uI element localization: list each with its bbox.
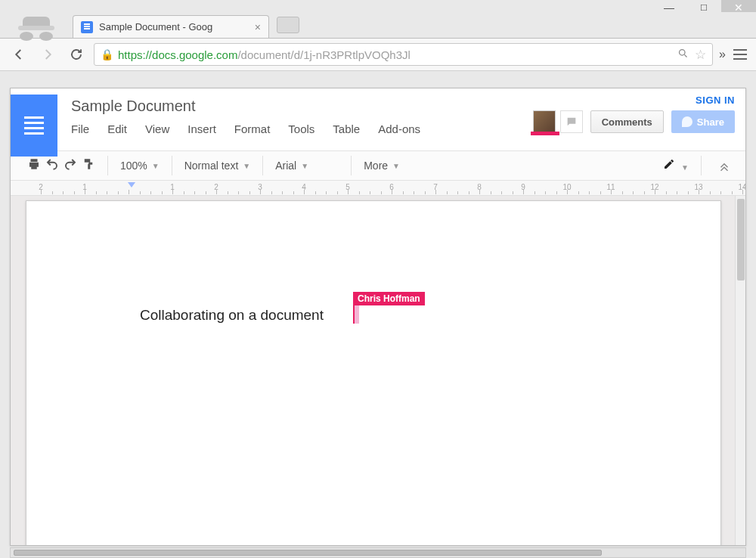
docs-favicon — [81, 21, 93, 33]
docs-header: Sample Document File Edit View Insert Fo… — [11, 88, 745, 150]
print-icon[interactable] — [27, 157, 41, 174]
collaborator-cursor: Chris Hoffman — [353, 305, 359, 324]
chat-button[interactable] — [560, 110, 583, 133]
url-path: /document/d/1j-nR3PRtlpVOQh3Jl — [237, 48, 410, 61]
url-protocol: https — [118, 48, 143, 61]
paint-format-icon[interactable] — [82, 157, 95, 174]
scrollbar-thumb[interactable] — [737, 199, 745, 281]
collapse-toolbar-button[interactable] — [714, 155, 735, 176]
more-dropdown[interactable]: More▼ — [358, 160, 406, 172]
docs-app: Sample Document File Edit View Insert Fo… — [10, 88, 746, 546]
lock-icon: 🔒 — [101, 48, 113, 60]
menu-format[interactable]: Format — [234, 122, 271, 135]
menu-file[interactable]: File — [71, 122, 89, 135]
edit-mode-icon[interactable]: ▼ — [663, 158, 689, 173]
forward-button[interactable] — [36, 43, 59, 66]
browser-tab[interactable]: Sample Document - Goog × — [73, 15, 269, 38]
undo-icon[interactable] — [45, 157, 59, 174]
window-titlebar: — ☐ ✕ — [0, 0, 756, 12]
zoom-dropdown[interactable]: 100%▼ — [114, 160, 166, 172]
chrome-menu-button[interactable] — [732, 46, 748, 63]
browser-toolbar: 🔒 https://docs.google.com/document/d/1j-… — [0, 38, 756, 71]
document-canvas: Collaborating on a document Chris Hoffma… — [11, 196, 745, 545]
new-tab-button[interactable] — [277, 17, 299, 33]
share-icon — [682, 116, 692, 127]
paragraph-style-dropdown[interactable]: Normal text▼ — [178, 160, 256, 172]
scrollbar-thumb[interactable] — [14, 550, 602, 556]
page[interactable]: Collaborating on a document Chris Hoffma… — [26, 200, 721, 545]
collaborator-avatars — [533, 110, 583, 133]
address-bar[interactable]: 🔒 https://docs.google.com/document/d/1j-… — [94, 43, 713, 66]
browser-tabstrip: Sample Document - Goog × — [0, 12, 756, 38]
sign-in-link[interactable]: SIGN IN — [696, 95, 735, 106]
bookmark-star-icon[interactable]: ☆ — [695, 47, 706, 63]
menu-tools[interactable]: Tools — [288, 122, 314, 135]
menu-edit[interactable]: Edit — [107, 122, 127, 135]
incognito-icon — [15, 15, 57, 45]
collaborator-avatar[interactable] — [533, 110, 556, 133]
menu-addons[interactable]: Add-ons — [378, 122, 420, 135]
menu-insert[interactable]: Insert — [187, 122, 216, 135]
more-extensions-button[interactable]: » — [719, 48, 726, 61]
back-button[interactable] — [8, 43, 30, 66]
menu-table[interactable]: Table — [333, 122, 360, 135]
menu-view[interactable]: View — [145, 122, 169, 135]
document-text[interactable]: Collaborating on a document — [140, 307, 324, 324]
docs-logo[interactable] — [11, 95, 57, 157]
docs-toolbar: 100%▼ Normal text▼ Arial▼ More▼ ▼ — [11, 150, 745, 181]
share-button[interactable]: Share — [671, 110, 735, 133]
indent-marker[interactable] — [128, 182, 135, 188]
font-dropdown[interactable]: Arial▼ — [269, 160, 345, 172]
horizontal-ruler[interactable]: 21123456789101112131415 — [11, 181, 745, 196]
svg-point-0 — [680, 50, 686, 56]
collaborator-name: Chris Hoffman — [353, 292, 425, 305]
url-host: ://docs.google.com — [143, 48, 238, 61]
window-bottom-scrollbar[interactable] — [10, 547, 746, 558]
tab-close-button[interactable]: × — [255, 21, 261, 33]
redo-icon[interactable] — [64, 157, 77, 174]
browser-window: — ☐ ✕ Sample Document - Goog × 🔒 — [0, 0, 756, 558]
reload-button[interactable] — [65, 43, 88, 66]
search-in-page-icon[interactable] — [677, 48, 689, 61]
vertical-scrollbar[interactable] — [735, 196, 745, 545]
comments-button[interactable]: Comments — [590, 110, 664, 133]
tab-title: Sample Document - Goog — [99, 21, 212, 33]
